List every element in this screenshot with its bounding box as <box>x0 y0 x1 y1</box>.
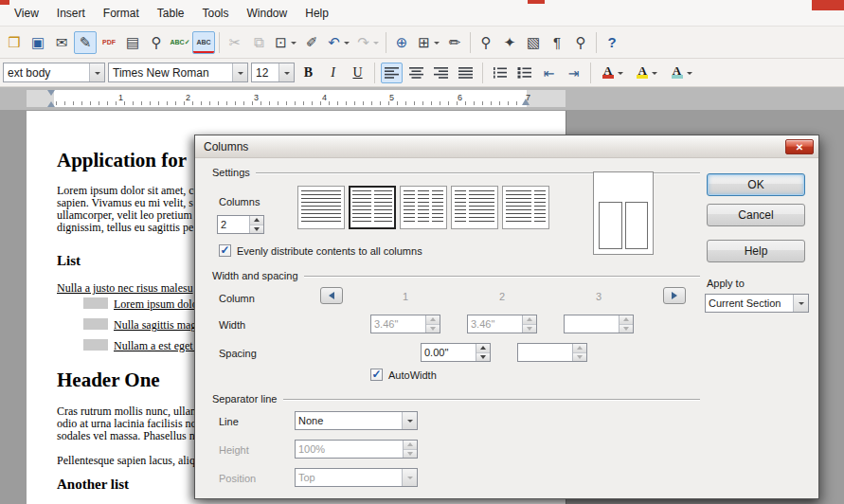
arrow-left-icon <box>325 292 334 299</box>
width-input-2: 3.46" <box>467 315 537 333</box>
font-size-value: 12 <box>252 66 278 80</box>
bullet-list-icon[interactable] <box>513 63 535 83</box>
align-left-icon[interactable] <box>381 63 403 83</box>
edit-mode-icon[interactable]: ✎ <box>74 31 97 54</box>
formatting-marks-icon[interactable]: ¶ <box>546 31 568 54</box>
ruler-number: 5 <box>389 93 394 102</box>
spin-up-icon <box>523 315 536 324</box>
highlighting-button[interactable]: A <box>631 63 662 83</box>
layout-three-columns[interactable] <box>400 186 447 229</box>
toolbar-separator <box>374 63 375 83</box>
menu-insert[interactable]: Insert <box>48 3 94 24</box>
dialog-title: Columns <box>204 140 248 153</box>
page-preview-icon[interactable]: ⚲ <box>145 31 168 54</box>
apply-to-select[interactable]: Current Section <box>705 294 809 313</box>
email-icon[interactable]: ✉ <box>50 31 73 54</box>
navigator-icon[interactable]: ✦ <box>498 31 521 54</box>
italic-button[interactable]: I <box>322 63 344 83</box>
font-color-dropdown-icon[interactable] <box>614 63 626 82</box>
align-justify-icon[interactable] <box>455 63 476 83</box>
line-style-dropdown-icon[interactable] <box>402 412 417 429</box>
cancel-button[interactable]: Cancel <box>707 204 805 226</box>
insert-table-icon[interactable]: ⊞ <box>414 31 442 54</box>
width-input-1: 3.46" <box>370 315 440 333</box>
underline-button[interactable]: U <box>347 63 368 83</box>
menu-tools[interactable]: Tools <box>194 3 238 24</box>
menu-help[interactable]: Help <box>296 3 337 24</box>
spin-down-icon <box>404 449 417 459</box>
paragraph-style-select[interactable]: ext body <box>3 63 105 82</box>
font-name-select[interactable]: Times New Roman <box>108 63 248 82</box>
clone-formatting-icon[interactable]: ✐ <box>300 31 323 54</box>
dialog-close-button[interactable]: ✕ <box>785 139 814 154</box>
column-scroll-right-button[interactable] <box>663 287 686 304</box>
auto-spellcheck-icon[interactable]: ABC <box>192 31 215 54</box>
spellcheck-icon[interactable]: ABC✓ <box>169 31 191 54</box>
toolbar-separator <box>590 63 591 83</box>
bullet-graphic <box>83 339 108 351</box>
gallery-icon[interactable]: ▧ <box>522 31 545 54</box>
undo-icon[interactable]: ↶ <box>324 31 352 54</box>
spin-up-icon <box>620 315 633 324</box>
decrease-indent-icon[interactable]: ⇤ <box>538 63 560 83</box>
line-style-select[interactable]: None <box>295 411 418 430</box>
spacing-input-1[interactable]: 0.00" <box>421 343 491 362</box>
open-document-icon[interactable]: ❒ <box>3 31 26 54</box>
help-icon[interactable]: ? <box>601 31 623 54</box>
ok-button[interactable]: OK <box>707 173 805 196</box>
increase-indent-icon[interactable]: ⇥ <box>563 63 584 83</box>
highlighting-swatch <box>637 75 648 79</box>
background-color-button[interactable]: A <box>666 63 697 83</box>
columns-count-input[interactable]: 2 <box>217 215 264 234</box>
apply-to-dropdown-icon[interactable] <box>793 295 808 312</box>
menu-view[interactable]: View <box>6 3 47 24</box>
layout-left-narrow[interactable] <box>451 186 498 229</box>
left-indent-marker[interactable] <box>47 90 56 107</box>
spin-down-icon[interactable] <box>476 352 490 362</box>
save-icon[interactable]: ▣ <box>27 31 49 54</box>
ruler[interactable]: 1 2 3 4 5 6 7 <box>0 87 844 110</box>
highlighting-dropdown-icon[interactable] <box>649 63 661 82</box>
paragraph-style-dropdown-icon[interactable] <box>89 63 104 81</box>
help-button[interactable]: Help <box>707 240 805 262</box>
spin-down-icon[interactable] <box>250 225 263 234</box>
toolbar-separator <box>596 32 597 53</box>
font-size-select[interactable]: 12 <box>251 63 295 82</box>
layout-two-columns[interactable] <box>349 186 396 229</box>
find-replace-icon[interactable]: ⚲ <box>475 31 497 54</box>
spin-up-icon <box>573 344 586 352</box>
formatting-toolbar: ext body Times New Roman 12 B I U ⇤ ⇥ A … <box>0 59 844 87</box>
menu-table[interactable]: Table <box>149 3 193 24</box>
column-scroll-left-button[interactable] <box>320 287 343 304</box>
align-center-icon[interactable] <box>405 63 427 83</box>
layout-right-narrow[interactable] <box>502 186 549 229</box>
font-size-dropdown-icon[interactable] <box>278 63 294 81</box>
right-indent-marker[interactable] <box>522 99 530 105</box>
spin-up-icon[interactable] <box>250 216 263 225</box>
font-name-dropdown-icon[interactable] <box>232 63 247 81</box>
spin-up-icon <box>426 315 440 324</box>
hyperlink-icon[interactable]: ⊕ <box>390 31 413 54</box>
paste-icon[interactable]: ⊡ <box>271 31 299 54</box>
menu-format[interactable]: Format <box>95 3 148 24</box>
doc-paragraph-line: dignissim, tellus eu sagittis pe <box>57 221 193 235</box>
column-number-2: 2 <box>481 291 523 302</box>
menu-window[interactable]: Window <box>239 3 296 24</box>
width-value-3 <box>565 315 619 333</box>
dialog-titlebar[interactable]: Columns <box>195 135 818 158</box>
spin-up-icon[interactable] <box>476 344 490 352</box>
font-color-button[interactable]: A <box>597 63 628 83</box>
draw-functions-icon[interactable]: ✏ <box>443 31 466 54</box>
numbered-list-icon[interactable] <box>489 63 511 83</box>
export-pdf-icon[interactable]: PDF <box>98 31 120 54</box>
zoom-icon[interactable]: ⚲ <box>569 31 592 54</box>
ruler-number: 1 <box>118 93 123 102</box>
spin-up-icon <box>404 441 417 449</box>
bold-button[interactable]: B <box>297 63 319 83</box>
background-color-dropdown-icon[interactable] <box>683 63 695 82</box>
evenly-distribute-checkbox[interactable]: ✓ <box>219 244 231 257</box>
layout-one-column[interactable] <box>297 186 345 229</box>
autowidth-checkbox[interactable]: ✓ <box>370 369 383 381</box>
align-right-icon[interactable] <box>430 63 452 83</box>
print-icon[interactable]: ▤ <box>121 31 144 54</box>
